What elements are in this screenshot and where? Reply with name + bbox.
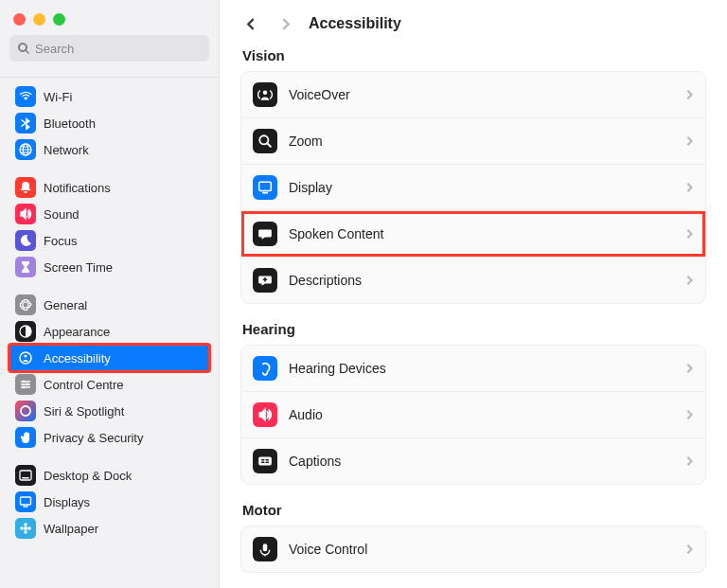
sidebar-item-appearance[interactable]: Appearance — [9, 318, 209, 345]
row-spoken-content[interactable]: Spoken Content — [241, 211, 705, 258]
content-header: Accessibility — [240, 13, 706, 34]
zoom-icon — [253, 129, 277, 153]
sidebar-item-wallpaper[interactable]: Wallpaper — [9, 515, 209, 542]
sidebar-item-general[interactable]: General — [9, 292, 209, 318]
section-panel: VoiceOverZoomDisplaySpoken ContentDescri… — [240, 71, 706, 304]
sidebar-item-controlcentre[interactable]: Control Centre — [9, 371, 209, 398]
row-voice-control[interactable]: Voice Control — [241, 526, 705, 572]
appearance-icon — [15, 321, 36, 342]
sidebar-item-label: Desktop & Dock — [44, 469, 132, 483]
sidebar-item-label: Displays — [44, 495, 90, 509]
sidebar-item-screentime[interactable]: Screen Time — [9, 254, 209, 280]
sidebar-item-label: Sound — [44, 207, 80, 222]
privacy-icon — [15, 427, 36, 448]
chevron-right-icon — [684, 86, 694, 103]
sidebar-item-label: Bluetooth — [44, 116, 96, 131]
chevron-right-icon — [684, 360, 694, 377]
sidebar-item-privacy[interactable]: Privacy & Security — [9, 424, 209, 451]
row-zoom[interactable]: Zoom — [241, 118, 705, 165]
wifi-icon — [15, 86, 36, 107]
section-panel: Voice Control — [240, 526, 706, 573]
screentime-icon — [15, 257, 36, 277]
sidebar-item-label: Screen Time — [44, 260, 113, 275]
window-controls — [0, 0, 219, 35]
sidebar-item-label: General — [44, 298, 87, 312]
audio-icon — [253, 402, 277, 427]
row-label: Hearing Devices — [289, 361, 684, 376]
chevron-right-icon — [684, 272, 694, 289]
chevron-right-icon — [684, 406, 694, 423]
sidebar-item-label: Privacy & Security — [44, 431, 143, 445]
row-label: Voice Control — [289, 542, 684, 557]
sidebar-item-focus[interactable]: Focus — [9, 227, 209, 254]
sidebar-item-bluetooth[interactable]: Bluetooth — [9, 110, 209, 136]
sidebar-item-label: Wallpaper — [44, 522, 98, 536]
chevron-right-icon — [684, 179, 694, 196]
content-pane: Accessibility VisionVoiceOverZoomDisplay… — [220, 0, 727, 588]
spoken-content-icon — [253, 222, 277, 246]
display-icon — [253, 175, 277, 200]
sidebar-item-desktop[interactable]: Desktop & Dock — [9, 462, 209, 489]
accessibility-icon — [15, 347, 36, 368]
row-label: Zoom — [289, 134, 684, 149]
sidebar-item-label: Notifications — [44, 181, 111, 195]
voiceover-icon — [253, 82, 277, 107]
sidebar-item-siri[interactable]: Siri & Spotlight — [9, 398, 209, 424]
notifications-icon — [15, 177, 36, 198]
desktop-icon — [15, 465, 36, 486]
row-display[interactable]: Display — [241, 165, 705, 211]
sidebar-item-wifi[interactable]: Wi-Fi — [9, 83, 209, 110]
row-captions[interactable]: Captions — [241, 438, 705, 484]
row-label: VoiceOver — [289, 87, 684, 102]
general-icon — [15, 294, 36, 315]
wallpaper-icon — [15, 518, 36, 539]
section-vision: VisionVoiceOverZoomDisplaySpoken Content… — [240, 47, 706, 304]
row-label: Descriptions — [289, 273, 684, 288]
row-label: Captions — [289, 454, 684, 469]
section-title: Vision — [240, 47, 706, 63]
sidebar-item-label: Accessibility — [44, 351, 111, 365]
voice-control-icon — [253, 537, 277, 561]
sidebar-divider — [0, 77, 219, 78]
row-label: Audio — [289, 407, 684, 422]
row-label: Display — [289, 180, 684, 195]
sidebar-item-displays[interactable]: Displays — [9, 489, 209, 515]
nav-back-button[interactable] — [240, 13, 261, 34]
page-title: Accessibility — [309, 15, 401, 32]
sidebar-item-network[interactable]: Network — [9, 136, 209, 163]
sidebar-item-label: Wi-Fi — [44, 90, 72, 104]
sidebar-item-notifications[interactable]: Notifications — [9, 174, 209, 201]
chevron-right-icon — [684, 541, 694, 558]
captions-icon — [253, 449, 277, 473]
section-panel: Hearing DevicesAudioCaptions — [240, 345, 706, 485]
descriptions-icon — [253, 268, 277, 293]
sidebar-item-label: Focus — [44, 234, 77, 248]
search-input[interactable] — [35, 42, 202, 56]
sidebar-item-label: Siri & Spotlight — [44, 404, 124, 419]
row-voiceover[interactable]: VoiceOver — [241, 72, 705, 118]
nav-forward-button — [275, 13, 295, 34]
section-title: Hearing — [240, 321, 706, 337]
hearing-devices-icon — [253, 356, 277, 381]
search-box[interactable] — [9, 35, 209, 62]
sidebar-item-label: Network — [44, 143, 89, 157]
sound-icon — [15, 204, 36, 224]
minimize-button[interactable] — [33, 13, 45, 26]
displays-icon — [15, 491, 36, 512]
row-descriptions[interactable]: Descriptions — [241, 258, 705, 303]
row-audio[interactable]: Audio — [241, 392, 705, 438]
sidebar-item-accessibility[interactable]: Accessibility — [9, 345, 209, 371]
section-hearing: HearingHearing DevicesAudioCaptions — [240, 321, 706, 485]
search-icon — [17, 42, 30, 55]
close-button[interactable] — [13, 13, 26, 26]
section-title: Motor — [240, 502, 706, 518]
zoom-button[interactable] — [53, 13, 65, 26]
sidebar-item-sound[interactable]: Sound — [9, 201, 209, 227]
sidebar-item-label: Appearance — [44, 325, 110, 339]
chevron-right-icon — [684, 225, 694, 242]
row-hearing-devices[interactable]: Hearing Devices — [241, 346, 705, 392]
controlcentre-icon — [15, 374, 36, 395]
row-label: Spoken Content — [289, 226, 684, 241]
bluetooth-icon — [15, 113, 36, 134]
focus-icon — [15, 230, 36, 251]
